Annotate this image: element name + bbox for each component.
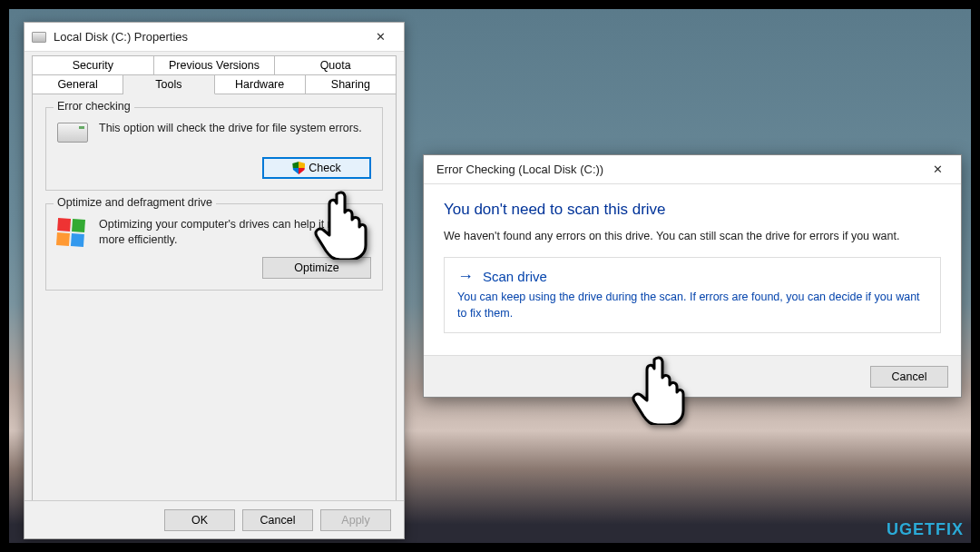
drive-icon [57, 123, 88, 148]
defrag-icon [57, 219, 88, 244]
cancel-button[interactable]: Cancel [870, 366, 948, 388]
properties-footer: OK Cancel Apply [24, 500, 404, 538]
check-button[interactable]: Check [262, 157, 371, 179]
tab-tools[interactable]: Tools [123, 74, 214, 94]
shield-icon [292, 162, 305, 174]
scan-drive-desc: You can keep using the drive during the … [457, 290, 927, 321]
error-headline: You don't need to scan this drive [444, 201, 941, 219]
group-legend: Optimize and defragment drive [54, 196, 216, 209]
tab-security[interactable]: Security [32, 55, 154, 74]
drive-icon [32, 32, 46, 43]
cancel-button[interactable]: Cancel [242, 509, 313, 531]
watermark: UGETFIX [887, 520, 964, 539]
properties-dialog: Local Disk (C:) Properties ✕ Security Pr… [24, 22, 405, 539]
tab-hardware[interactable]: Hardware [215, 74, 306, 94]
tab-quota[interactable]: Quota [275, 55, 397, 74]
ok-button[interactable]: OK [164, 509, 235, 531]
apply-button[interactable]: Apply [320, 509, 391, 531]
error-footer: Cancel [424, 355, 961, 397]
tabs: Security Previous Versions Quota General… [24, 52, 404, 521]
scan-drive-option[interactable]: → Scan drive You can keep using the driv… [444, 257, 941, 333]
error-subtext: We haven't found any errors on this driv… [444, 230, 941, 242]
tab-previous-versions[interactable]: Previous Versions [154, 55, 276, 74]
tab-body-tools: Error checking This option will check th… [32, 94, 397, 521]
error-check-description: This option will check the drive for fil… [99, 121, 371, 136]
optimize-description: Optimizing your computer's drives can he… [99, 217, 371, 248]
group-optimize: Optimize and defragment drive Optimizing… [45, 203, 383, 291]
error-titlebar[interactable]: Error Checking (Local Disk (C:)) ✕ [424, 155, 961, 184]
properties-titlebar[interactable]: Local Disk (C:) Properties ✕ [24, 23, 404, 52]
tab-general[interactable]: General [32, 74, 123, 94]
tab-sharing[interactable]: Sharing [306, 74, 397, 94]
error-checking-dialog: Error Checking (Local Disk (C:)) ✕ You d… [423, 154, 962, 398]
optimize-button[interactable]: Optimize [262, 257, 371, 279]
error-title: Error Checking (Local Disk (C:)) [431, 163, 919, 176]
close-icon[interactable]: ✕ [362, 26, 398, 48]
scan-drive-title: Scan drive [483, 269, 547, 284]
properties-title: Local Disk (C:) Properties [54, 30, 362, 44]
group-error-checking: Error checking This option will check th… [45, 107, 383, 191]
group-legend: Error checking [54, 100, 134, 113]
check-button-label: Check [309, 162, 340, 174]
arrow-right-icon: → [457, 267, 474, 286]
close-icon[interactable]: ✕ [919, 159, 956, 181]
optimize-button-label: Optimize [294, 261, 338, 274]
